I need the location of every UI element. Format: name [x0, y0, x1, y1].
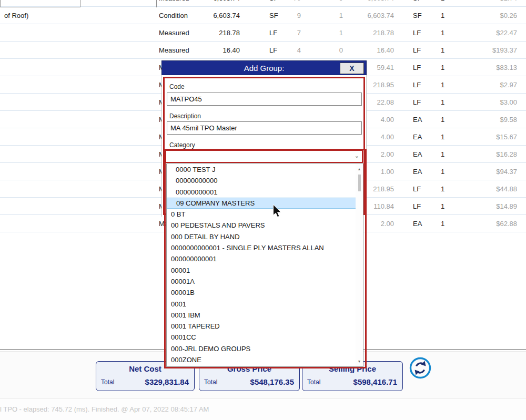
table-cell-label	[4, 215, 149, 232]
table-cell-price: $15.67	[462, 128, 517, 146]
table-cell-factor: 1	[441, 7, 452, 24]
table-cell-price: $16.28	[462, 146, 517, 163]
table-cell-label	[4, 24, 149, 42]
table-cell-factor: 1	[441, 146, 452, 163]
table-cell-unit2: LF	[413, 59, 431, 76]
dropdown-item[interactable]: 0001 IBM	[167, 310, 363, 321]
dropdown-item[interactable]: 00001A	[167, 276, 363, 287]
table-cell-qty2: 218.78	[341, 24, 394, 42]
table-cell-factor: 1	[441, 180, 452, 198]
table-cell-unit2: LF	[413, 42, 431, 59]
dropdown-item[interactable]: 00000000001	[167, 187, 363, 198]
table-cell-factor: 1	[441, 128, 452, 146]
refresh-sync-icon	[408, 356, 432, 380]
table-row[interactable]: Measured218.78LF71218.78LF1$22.47	[0, 24, 526, 42]
gross-price-total-label: Total	[204, 378, 217, 386]
table-cell-price: $14.89	[462, 198, 517, 215]
table-cell-label	[4, 76, 149, 94]
table-cell-qty1: 6,603.74	[187, 7, 240, 24]
table-cell-factor: 1	[441, 76, 452, 94]
table-cell-factor: 1	[441, 111, 452, 128]
dropdown-item[interactable]: 00000000000	[167, 175, 363, 186]
dropdown-item[interactable]: 00001B	[167, 287, 363, 298]
table-cell-unit2: LF	[413, 24, 431, 42]
close-button[interactable]: X	[340, 63, 364, 74]
table-row[interactable]: Measured16.40LF4016.40LF1$193.37	[0, 42, 526, 59]
table-cell-factor: 1	[441, 94, 452, 111]
scroll-down-icon[interactable]: ▼	[356, 357, 363, 365]
table-cell-label	[4, 180, 149, 198]
refresh-button[interactable]	[408, 356, 432, 380]
dropdown-item[interactable]: 09 COMPANY MASTERS	[167, 198, 363, 209]
table-cell-factor: 1	[441, 24, 452, 42]
net-cost-total-label: Total	[101, 378, 114, 386]
table-cell-label	[4, 146, 149, 163]
dropdown-item[interactable]: 0 BT	[167, 209, 363, 220]
table-cell-price: $3.00	[462, 94, 517, 111]
table-cell-price: $83.13	[462, 59, 517, 76]
table-cell-col-a: 4	[284, 42, 301, 59]
table-cell-factor: 1	[441, 198, 452, 215]
code-label: Code	[169, 83, 185, 90]
net-cost-value: $329,831.84	[145, 377, 189, 386]
scroll-up-icon[interactable]: ▲	[356, 165, 363, 173]
dropdown-item[interactable]: 0000000000001 - SINGLE PLY MASTERS ALLAN	[167, 242, 363, 253]
table-cell-factor: 1	[441, 0, 452, 7]
dropdown-item[interactable]: 000000000001	[167, 253, 363, 264]
table-cell-qty1: 16.40	[187, 42, 240, 59]
table-cell-price: $62.88	[462, 215, 517, 232]
table-cell-unit2: EA	[413, 128, 431, 146]
table-cell-qty2: 6,603.74	[341, 0, 394, 7]
dropdown-scrollbar[interactable]: ▲ ▼	[356, 164, 363, 366]
category-dropdown-list[interactable]: 0000 TEST J000000000000000000000109 COMP…	[166, 163, 363, 367]
table-cell-unit2: SF	[413, 7, 431, 24]
chevron-down-icon[interactable]: ⌄	[355, 152, 359, 159]
table-cell-qty1: 6,603.74	[187, 0, 240, 7]
table-cell-price: $0.26	[462, 7, 517, 24]
code-field[interactable]	[167, 93, 362, 106]
gross-price-value: $548,176.35	[250, 377, 294, 386]
dropdown-item[interactable]: 000ZONE	[167, 354, 363, 365]
dropdown-item[interactable]: 00001	[167, 265, 363, 276]
table-cell-factor: 1	[441, 163, 452, 180]
add-group-dialog-titlebar[interactable]: Add Group: X	[161, 60, 367, 75]
dropdown-item[interactable]: 000-JRL DEMO GROUPS	[167, 343, 363, 354]
table-row[interactable]: of Roof)Condition6,603.74SF916,603.74SF1…	[0, 7, 526, 24]
table-cell-label	[4, 111, 149, 128]
dropdown-item[interactable]: 0001 TAPERED	[167, 321, 363, 332]
table-cell-label	[4, 128, 149, 146]
table-cell-label: of Roof)	[4, 7, 149, 24]
table-cell-unit2: EA	[413, 111, 431, 128]
dropdown-item[interactable]: 0001CC	[167, 332, 363, 343]
focused-cell-outline	[0, 0, 80, 7]
table-cell-qty1: 218.78	[187, 24, 240, 42]
scrollbar-thumb[interactable]	[358, 175, 361, 191]
dropdown-item[interactable]: 00 PEDESTALS AND PAVERS	[167, 220, 363, 231]
category-combobox[interactable]: ⌄	[165, 150, 363, 163]
table-cell-unit2: LF	[413, 198, 431, 215]
table-cell-unit2: EA	[413, 163, 431, 180]
selling-price-value: $598,416.71	[353, 377, 397, 386]
dropdown-item[interactable]: 000 DETAIL BY HAND	[167, 231, 363, 242]
dropdown-item[interactable]: 0001	[167, 299, 363, 310]
table-cell-unit2: SF	[413, 0, 431, 7]
table-cell-col-a: 9	[284, 7, 301, 24]
table-cell-unit2: LF	[413, 94, 431, 111]
table-cell-label	[4, 94, 149, 111]
table-cell-col-a: 70	[284, 0, 301, 7]
selling-price-total-label: Total	[307, 378, 320, 386]
table-cell-price: $22.47	[462, 24, 517, 42]
table-cell-price: $44.88	[462, 180, 517, 198]
table-cell-label	[4, 198, 149, 215]
table-cell-col-a: 7	[284, 24, 301, 42]
table-cell-label	[4, 163, 149, 180]
table-cell-unit2: EA	[413, 215, 431, 232]
mouse-cursor-icon	[272, 204, 282, 220]
app-window: Measured2.00EA1$62.88Measured110.84LF1$1…	[0, 0, 526, 420]
table-cell-factor: 1	[441, 215, 452, 232]
description-field[interactable]	[167, 121, 362, 135]
column-separator	[156, 0, 157, 7]
table-cell-unit2: EA	[413, 146, 431, 163]
table-cell-unit2: LF	[413, 180, 431, 198]
dropdown-item[interactable]: 0000 TEST J	[167, 164, 363, 175]
